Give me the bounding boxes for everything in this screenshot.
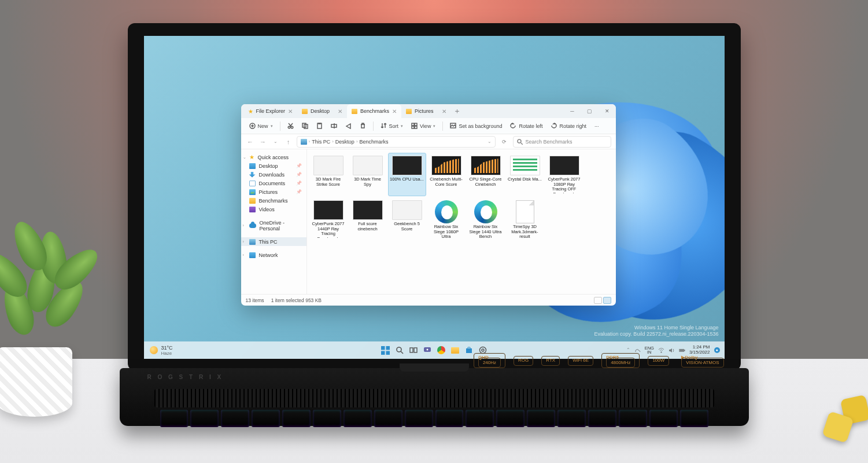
close-button[interactable]: ✕ (599, 104, 616, 118)
status-bar: 13 items 1 item selected 953 KB (241, 294, 616, 306)
pc-icon (301, 139, 307, 145)
svg-point-26 (661, 351, 662, 352)
svg-rect-10 (412, 126, 414, 128)
item-count: 13 items (246, 297, 264, 303)
picture-icon (450, 123, 456, 129)
taskbar-weather[interactable]: 31°C Haze (144, 345, 173, 356)
refresh-button[interactable]: ⟳ (499, 139, 509, 145)
chrome-button[interactable] (436, 345, 446, 355)
chat-button[interactable] (422, 345, 433, 355)
copy-button[interactable] (298, 121, 312, 131)
more-button[interactable]: ··· (591, 122, 603, 131)
maximize-button[interactable]: ▢ (581, 104, 599, 118)
file-item[interactable]: 100% CPU Usa... (388, 153, 426, 196)
command-bar: New▾ Sort▾ View▾ Set as background Rotat… (241, 118, 616, 134)
up-button[interactable]: ↑ (284, 138, 293, 145)
tab-label: Desktop (311, 108, 330, 114)
rename-button[interactable] (327, 121, 341, 131)
tab-label: Pictures (415, 108, 434, 114)
recent-button[interactable]: ⌄ (271, 139, 280, 144)
file-item[interactable]: 3D Mark Time Spy (349, 153, 387, 196)
sidebar-this-pc[interactable]: ›This PC (241, 237, 306, 246)
crumb[interactable]: Benchmarks (360, 139, 389, 145)
delete-button[interactable] (356, 121, 370, 131)
minimize-button[interactable]: ─ (564, 104, 581, 118)
store-button[interactable] (464, 345, 474, 355)
sidebar-quick-access[interactable]: ⌄★Quick access (241, 153, 306, 161)
file-item[interactable]: CyberPunk 2077 1440P Ray Tracing Benchma… (309, 197, 348, 242)
new-button[interactable]: New▾ (246, 121, 276, 131)
tray-chevron[interactable]: ⌃ (626, 348, 630, 352)
desktop[interactable]: Windows 11 Home Single Language Evaluati… (144, 36, 725, 359)
downloads-icon (249, 172, 256, 178)
set-background-button[interactable]: Set as background (446, 121, 505, 131)
file-item[interactable]: CyberPunk 2077 1080P Ray Tracing OFF Ben… (545, 153, 583, 196)
sidebar-item-desktop[interactable]: Desktop📌 (241, 161, 306, 170)
file-item[interactable]: Geekbench 5 Score (388, 197, 426, 242)
forward-button[interactable]: → (258, 138, 268, 145)
volume-icon[interactable] (668, 347, 675, 354)
paste-button[interactable] (313, 121, 326, 131)
svg-rect-8 (412, 123, 414, 126)
notification-badge[interactable]: ● (714, 347, 720, 353)
search-input[interactable]: Search Benchmarks (513, 136, 611, 148)
close-icon[interactable]: ✕ (392, 108, 397, 115)
tab-file-explorer[interactable]: ★ File Explorer ✕ (243, 104, 298, 118)
share-button[interactable] (342, 121, 355, 131)
rotate-left-button[interactable]: Rotate left (507, 121, 546, 131)
sidebar-onedrive[interactable]: ›OneDrive - Personal (241, 218, 306, 233)
close-icon[interactable]: ✕ (288, 108, 293, 115)
rotate-right-button[interactable]: Rotate right (547, 121, 590, 131)
breadcrumb-bar[interactable]: › This PC › Desktop › Benchmarks ⌄ (297, 136, 496, 148)
tab-desktop[interactable]: Desktop ✕ (297, 104, 347, 118)
close-icon[interactable]: ✕ (442, 108, 446, 115)
file-item[interactable]: Cinebench Multi-Core Score (427, 153, 466, 196)
new-tab-button[interactable]: ＋ (451, 106, 463, 116)
network-icon (249, 252, 256, 258)
battery-icon[interactable] (679, 347, 685, 354)
bezel-sticker-row: QHD240Hz ROG RTX WiFi 6E DDR54800MHz 100… (474, 353, 728, 368)
start-button[interactable] (381, 345, 391, 355)
crumb[interactable]: Desktop (335, 139, 354, 145)
back-button[interactable]: ← (246, 138, 255, 145)
task-view-button[interactable] (408, 345, 419, 355)
folder-icon (406, 109, 412, 114)
file-item[interactable]: TimeSpy 3D Mark.3dmark-result (506, 197, 544, 242)
file-item[interactable]: 3D Mark Fire Strike Score (309, 153, 348, 196)
thumbnail-view-button[interactable] (603, 297, 611, 304)
crumb[interactable]: This PC (312, 139, 330, 145)
thumbnail (313, 200, 343, 220)
trash-icon (360, 123, 366, 129)
plant (0, 214, 98, 353)
tab-pictures[interactable]: Pictures ✕ (401, 104, 451, 118)
file-item[interactable]: Rainbow Six Siege 1080P Ultra (427, 197, 466, 242)
sidebar-item-downloads[interactable]: Downloads📌 (241, 170, 306, 179)
file-item[interactable]: Crystal Disk Ma... (506, 153, 544, 196)
search-button[interactable] (394, 345, 405, 355)
tab-benchmarks[interactable]: Benchmarks ✕ (347, 104, 401, 118)
thumbnail (392, 156, 422, 175)
sort-button[interactable]: Sort▾ (377, 121, 407, 131)
view-button[interactable]: View▾ (408, 121, 439, 131)
chevron-down-icon[interactable]: ⌄ (487, 139, 492, 144)
search-placeholder: Search Benchmarks (526, 139, 572, 145)
files-pane[interactable]: 3D Mark Fire Strike Score3D Mark Time Sp… (307, 149, 616, 294)
svg-rect-23 (466, 348, 472, 353)
sidebar-item-documents[interactable]: Documents📌 (241, 179, 306, 188)
list-view-button[interactable] (594, 297, 602, 304)
onedrive-tray-icon[interactable] (634, 347, 641, 354)
close-icon[interactable]: ✕ (338, 108, 342, 115)
file-item[interactable]: Rainbow Six Siege 1440 Ultra Bench (467, 197, 505, 242)
sidebar-network[interactable]: ›Network (241, 251, 306, 259)
sidebar-item-benchmarks[interactable]: Benchmarks (241, 196, 306, 205)
edge-icon (435, 200, 458, 223)
file-name: 3D Mark Time Spy (350, 177, 385, 187)
file-item[interactable]: CPU Singe-Core Cinebench (467, 153, 505, 196)
sidebar-item-pictures[interactable]: Pictures📌 (241, 188, 306, 196)
thumbnail (471, 156, 501, 175)
cut-button[interactable] (284, 121, 297, 131)
explorer-button[interactable] (450, 345, 460, 355)
wifi-icon[interactable] (658, 347, 664, 354)
sidebar-item-videos[interactable]: Videos (241, 205, 306, 214)
file-item[interactable]: Full score cinebench (349, 197, 387, 242)
